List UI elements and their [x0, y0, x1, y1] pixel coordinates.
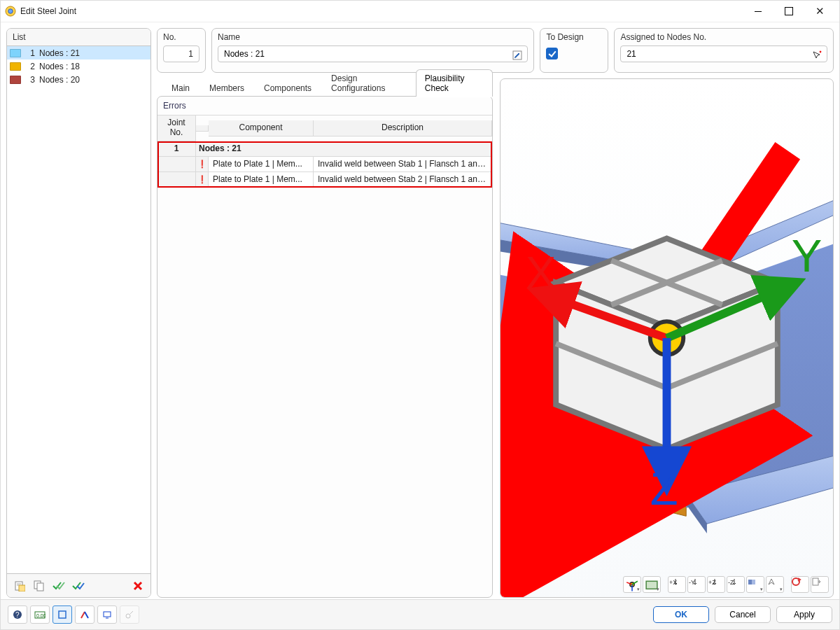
window-title: Edit Steel Joint: [20, 6, 76, 16]
properties-panel: MainMembersComponentsDesign Configuratio…: [157, 78, 493, 598]
section-label: Nodes : 21: [196, 141, 492, 157]
check-blue-button[interactable]: [69, 577, 88, 594]
col-description: Description: [314, 120, 492, 136]
col-joint-no: Joint No.: [158, 115, 196, 141]
color-swatch: [10, 76, 21, 84]
to-design-label: To Design: [546, 32, 583, 42]
cancel-button[interactable]: Cancel: [715, 606, 771, 623]
joint-list-header: List: [7, 29, 150, 46]
view-plus-x-button[interactable]: +X: [668, 576, 686, 593]
no-field-box: No. 1: [157, 28, 206, 73]
errors-title: Errors: [158, 97, 492, 115]
joint-list-panel: List 1 Nodes : 21 2 Nodes : 18 3 Nodes :…: [6, 28, 151, 598]
view-toolbar: ▾ ▾ +X -Y +Z -Z ▾ ▾: [623, 576, 829, 593]
axes-toggle-button[interactable]: ▾: [623, 576, 641, 593]
view-cube[interactable]: [500, 79, 833, 597]
model-colors-button[interactable]: [75, 606, 94, 624]
duplicate-joint-button[interactable]: [29, 577, 49, 594]
tab-components[interactable]: Components: [255, 79, 321, 97]
to-design-checkbox[interactable]: [546, 48, 558, 59]
title-bar: Edit Steel Joint: [1, 1, 839, 22]
col-icon: [196, 125, 209, 132]
svg-rect-3: [19, 585, 25, 592]
svg-line-60: [81, 612, 85, 618]
error-icon: ❗: [196, 172, 209, 188]
error-icon: ❗: [196, 157, 209, 172]
svg-rect-51: [752, 580, 755, 584]
joint-list-item[interactable]: 2 Nodes : 18: [7, 59, 150, 73]
maximize-button[interactable]: [774, 1, 804, 21]
assigned-nodes-label: Assigned to Nodes No.: [620, 32, 827, 42]
svg-text:-Z: -Z: [728, 579, 734, 586]
svg-rect-62: [104, 612, 111, 617]
new-joint-button[interactable]: [10, 577, 29, 594]
joint-list-item[interactable]: 1 Nodes : 21: [7, 46, 150, 59]
apply-button[interactable]: Apply: [776, 606, 832, 623]
svg-rect-50: [748, 580, 752, 584]
list-item-index: 1: [25, 48, 35, 58]
check-green-button[interactable]: [49, 577, 69, 594]
error-row[interactable]: ❗ Plate to Plate 1 | Mem... Invalid weld…: [158, 157, 492, 172]
joint-list-item[interactable]: 3 Nodes : 20: [7, 73, 150, 86]
frame-view-button[interactable]: [52, 606, 72, 624]
tab-members[interactable]: Members: [200, 79, 253, 97]
tab-body: Errors Joint No. Component Description 1: [157, 96, 493, 598]
dialog-footer: ? 0,00 OK Cancel Apply: [1, 599, 839, 629]
view-plus-z-button[interactable]: +Z: [707, 576, 725, 593]
tab-main[interactable]: Main: [162, 79, 199, 97]
tab-design-configurations[interactable]: Design Configurations: [322, 69, 414, 97]
close-button[interactable]: [804, 1, 835, 21]
ok-button[interactable]: OK: [653, 606, 709, 623]
minimize-button[interactable]: [743, 1, 774, 21]
svg-rect-54: [813, 578, 818, 585]
section-joint-no: 1: [158, 141, 196, 157]
svg-rect-45: [646, 581, 657, 589]
svg-text:-Y: -Y: [689, 579, 695, 586]
col-component: Component: [209, 120, 314, 136]
reset-view-button[interactable]: [791, 576, 809, 593]
tab-plausibility-check[interactable]: Plausibility Check: [416, 69, 493, 97]
to-design-box: To Design: [540, 28, 608, 73]
tabs: MainMembersComponentsDesign Configuratio…: [157, 78, 493, 97]
joint-list-footer: [7, 573, 150, 597]
assigned-nodes-input[interactable]: [620, 46, 827, 62]
wireframe-button[interactable]: ▾: [766, 576, 784, 593]
help-button[interactable]: ?: [8, 606, 27, 624]
name-input[interactable]: [218, 46, 528, 62]
svg-text:?: ?: [15, 611, 20, 619]
svg-rect-59: [59, 611, 66, 618]
list-item-label: Nodes : 18: [39, 62, 80, 71]
svg-marker-52: [769, 579, 774, 584]
edit-name-button[interactable]: [509, 48, 526, 63]
color-swatch: [10, 49, 21, 57]
display-style-button[interactable]: ▾: [643, 576, 661, 593]
svg-point-64: [126, 614, 130, 618]
error-row[interactable]: ❗ Plate to Plate 1 | Mem... Invalid weld…: [158, 172, 492, 188]
view-minus-y-button[interactable]: -Y: [687, 576, 706, 593]
color-swatch: [10, 62, 21, 71]
error-component: Plate to Plate 1 | Mem...: [209, 172, 314, 188]
units-button[interactable]: 0,00: [30, 606, 50, 624]
pick-nodes-button[interactable]: [808, 48, 825, 63]
delete-joint-button[interactable]: [128, 577, 148, 594]
svg-point-1: [8, 9, 13, 13]
assigned-nodes-box: Assigned to Nodes No.: [614, 28, 834, 73]
error-description: Invalid weld between Stab 1 | Flansch 1 …: [314, 157, 492, 172]
no-input[interactable]: 1: [163, 46, 200, 62]
name-field-box: Name: [211, 28, 534, 73]
svg-text:0,00: 0,00: [36, 613, 46, 618]
view-minus-z-button[interactable]: -Z: [727, 576, 745, 593]
list-item-label: Nodes : 21: [39, 48, 80, 58]
list-item-label: Nodes : 20: [39, 75, 80, 85]
svg-rect-5: [37, 583, 43, 591]
extra-tool-button[interactable]: [120, 606, 139, 624]
name-label: Name: [218, 32, 528, 42]
errors-grid: Joint No. Component Description 1 Nodes …: [158, 115, 492, 188]
screen-button[interactable]: [97, 606, 117, 624]
3d-view[interactable]: X Y Z ▾ ▾ +X -Y +Z -Z ▾ ▾: [500, 78, 834, 598]
list-item-index: 3: [25, 75, 35, 85]
popout-view-button[interactable]: [811, 576, 829, 593]
app-icon: [5, 6, 16, 17]
render-mode-button[interactable]: ▾: [746, 576, 764, 593]
joint-list-body: 1 Nodes : 21 2 Nodes : 18 3 Nodes : 20: [7, 46, 150, 573]
